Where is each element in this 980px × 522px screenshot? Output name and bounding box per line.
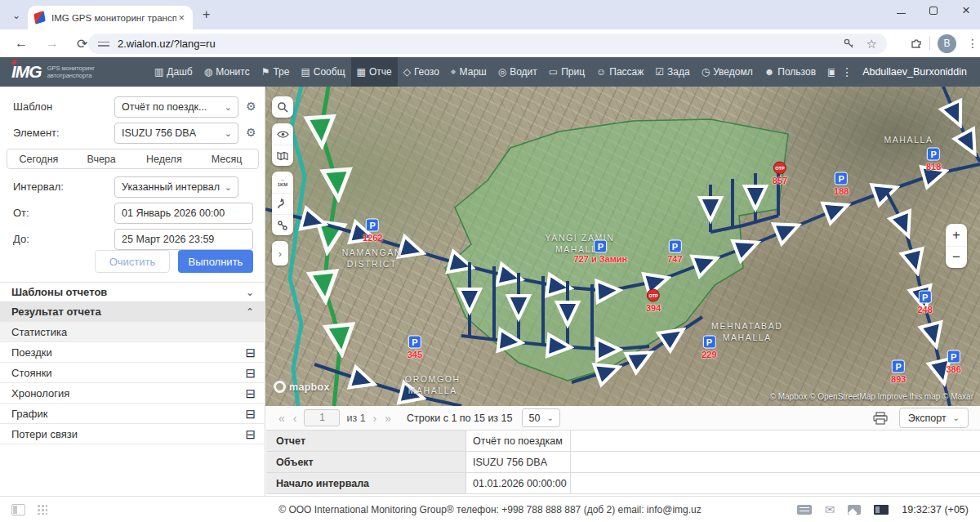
next-page-icon[interactable]: ›	[369, 412, 381, 425]
extensions-icon[interactable]	[910, 37, 923, 50]
new-tab-button[interactable]: +	[203, 7, 210, 22]
forward-icon[interactable]: →	[46, 36, 59, 51]
zoom-out-button[interactable]: −	[946, 246, 967, 268]
map-attribution[interactable]: © Mapbox © OpenStreetMap Improve this ma…	[770, 392, 973, 401]
nav-item-geofences[interactable]: ◇Геозо	[398, 57, 445, 87]
table-icon[interactable]: ⊟	[245, 408, 256, 420]
quick-range-2[interactable]: Неделя	[133, 149, 196, 168]
visibility-eye-icon[interactable]	[272, 123, 293, 145]
quick-range-1[interactable]: Вчера	[70, 149, 133, 168]
nav-item-messages[interactable]: ▤Сообщ	[295, 57, 350, 87]
nav-item-tracks[interactable]: ⚑Тре	[256, 57, 296, 87]
table-row-value[interactable]: Отчёт по поездкам	[466, 431, 571, 451]
stop-marker[interactable]: ОТР857	[773, 161, 787, 185]
clear-button[interactable]: Очистить	[95, 250, 170, 273]
prev-page-icon[interactable]: ‹	[289, 412, 301, 425]
nav-item-tasks[interactable]: ☑Зада	[649, 57, 695, 87]
refresh-icon[interactable]: ⟳	[77, 36, 87, 51]
table-row-value[interactable]: 01.01.2026 00:00:00	[466, 473, 571, 493]
profile-avatar[interactable]: B	[938, 34, 956, 53]
unit-select[interactable]: ISUZU 756 DBA⌄	[114, 123, 238, 144]
mapbox-logo[interactable]: mapbox	[274, 381, 330, 393]
table-row-value[interactable]: ISUZU 756 DBA	[466, 452, 571, 472]
template-select[interactable]: Отчёт по поездк...⌄	[114, 96, 238, 118]
toolbar-collapse-icon[interactable]: ›	[272, 241, 288, 265]
nav-item-passengers[interactable]: ☺Пассаж	[590, 57, 649, 87]
table-icon[interactable]: ⊟	[245, 387, 256, 399]
tab-search-button[interactable]: ⌄	[7, 7, 26, 25]
browser-menu-icon[interactable]: ⋮	[967, 37, 978, 50]
export-button[interactable]: Экспорт⌄	[899, 408, 969, 428]
user-menu[interactable]: Abdullaev_Burxoniddin	[862, 66, 967, 78]
site-settings-icon[interactable]	[98, 40, 109, 48]
table-icon[interactable]: ⊟	[245, 346, 256, 359]
parking-marker[interactable]: P229	[702, 336, 716, 359]
window-restore-icon[interactable]	[928, 5, 939, 16]
bookmark-star-icon[interactable]: ☆	[866, 37, 877, 51]
password-key-icon[interactable]	[843, 38, 855, 50]
parking-marker[interactable]: P818	[926, 148, 941, 172]
apps-grid-icon[interactable]	[37, 504, 47, 515]
zoom-in-button[interactable]: +	[946, 224, 967, 246]
map-layers-icon[interactable]	[272, 145, 293, 166]
page-number-input[interactable]: 1	[304, 409, 340, 426]
nav-item-dashboard[interactable]: ▥Дашб	[149, 57, 198, 87]
window-close-icon[interactable]: ×	[960, 5, 972, 16]
track-player-icon[interactable]	[272, 193, 293, 214]
print-icon[interactable]	[873, 412, 888, 425]
nav-item-monitoring[interactable]: ◍Монитс	[198, 57, 256, 87]
first-page-icon[interactable]: «	[274, 412, 289, 425]
nav-item-users[interactable]: ☻Пользов	[759, 57, 822, 87]
execute-button[interactable]: Выполнить	[178, 250, 253, 273]
result-row[interactable]: Стоянки⊟	[0, 362, 265, 382]
result-row[interactable]: Потери связи⊟	[0, 423, 265, 444]
nav-item-trailers[interactable]: ▭Приц	[543, 57, 590, 87]
quick-range-3[interactable]: Месяц	[195, 149, 258, 168]
unit-settings-icon[interactable]: ⚙	[246, 126, 256, 139]
parking-marker[interactable]: P345	[408, 336, 422, 359]
template-settings-icon[interactable]: ⚙	[246, 100, 256, 113]
quick-range-0[interactable]: Сегодня	[7, 149, 70, 168]
result-row[interactable]: Хронология⊟	[0, 382, 265, 403]
parking-marker[interactable]: P893	[891, 360, 906, 384]
stop-marker[interactable]: ОТР394	[646, 288, 661, 312]
parking-marker[interactable]: P1262	[363, 218, 382, 242]
address-bar[interactable]: 2.wialon.uz/?lang=ru ☆	[88, 33, 887, 54]
to-input[interactable]: 25 Март 2026 23:59	[114, 229, 253, 250]
result-row[interactable]: Статистика	[0, 321, 265, 341]
map-view[interactable]: NAMANGAN DISTRICTYANGI ZAMIN MAHALLAMEHN…	[265, 87, 980, 406]
parking-marker[interactable]: P386	[946, 350, 960, 374]
mail-notification-icon[interactable]: ✉	[825, 505, 835, 515]
browser-tab[interactable]: IMG GPS мониторинг транспо ×	[28, 6, 193, 29]
from-input[interactable]: 01 Январь 2026 00:00	[114, 203, 253, 224]
parking-marker[interactable]: P727 и Замин	[573, 240, 627, 264]
nav-item-units[interactable]: ▣Объе	[822, 57, 835, 87]
back-icon[interactable]: ←	[15, 36, 28, 51]
nav-item-drivers[interactable]: ◎Водит	[492, 57, 543, 87]
nearest-units-icon[interactable]	[272, 214, 293, 235]
section-report-templates[interactable]: Шаблоны отчетов ⌄	[0, 282, 265, 301]
parking-marker[interactable]: P248	[917, 290, 932, 314]
nav-more-icon[interactable]: ⋮	[835, 65, 859, 78]
table-icon[interactable]: ⊟	[245, 428, 256, 440]
interval-select[interactable]: Указанный интервал⌄	[114, 176, 238, 198]
nav-item-reports[interactable]: ▦Отче	[351, 57, 398, 87]
ruler-scale-icon[interactable]: ↔1KM	[272, 172, 293, 193]
window-minimize-icon[interactable]	[895, 5, 906, 16]
driver-card-icon[interactable]	[874, 505, 889, 515]
nav-item-routes[interactable]: ⌖Марш	[445, 57, 492, 87]
parking-marker[interactable]: P188	[834, 172, 849, 195]
tab-close-icon[interactable]: ×	[176, 11, 186, 24]
table-icon[interactable]: ⊟	[245, 367, 256, 379]
chat-icon[interactable]	[797, 505, 812, 515]
nav-item-notifications[interactable]: ◷Уведомл	[696, 57, 759, 87]
last-page-icon[interactable]: »	[381, 412, 395, 425]
parking-marker[interactable]: P747	[667, 240, 682, 264]
result-row[interactable]: График⊟	[0, 403, 265, 423]
section-report-result[interactable]: Результат отчета ⌃	[0, 301, 265, 321]
map-search-icon[interactable]	[272, 96, 293, 118]
app-logo[interactable]: IMG GPS мониторинг автотранспорта	[11, 62, 149, 82]
result-row[interactable]: Поездки⊟	[0, 341, 265, 362]
gallery-icon[interactable]	[848, 505, 861, 515]
page-size-select[interactable]: 50⌄	[522, 408, 559, 427]
